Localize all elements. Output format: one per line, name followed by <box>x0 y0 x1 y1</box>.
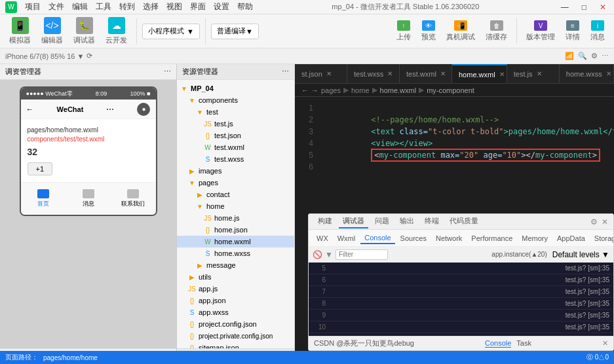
cloud-button[interactable]: ☁ 云开发 <box>102 14 131 48</box>
nav-item-home[interactable]: 首页 <box>21 183 66 215</box>
tab-test-wxml-close[interactable]: ✕ <box>440 70 446 77</box>
devtools-tab-console[interactable]: Console <box>360 232 394 244</box>
tree-item-test-json[interactable]: {} test.json <box>177 130 294 141</box>
tab-test-wxss[interactable]: test.wxss ✕ <box>347 64 400 83</box>
tree-item-home-wxml[interactable]: W home.wxml <box>177 236 294 247</box>
manage-button[interactable]: ≡ 详情 <box>562 18 584 45</box>
clear-cache-button[interactable]: 🗑 清缓存 <box>482 18 511 45</box>
rotate-icon[interactable]: ⟳ <box>86 52 92 60</box>
devtools-tab-memory[interactable]: Memory <box>518 233 552 244</box>
tree-item-test-wxss[interactable]: S test.wxss <box>177 153 294 165</box>
tree-item-project-private[interactable]: {} project.private.config.json <box>177 330 294 342</box>
breadcrumb-pages[interactable]: pages <box>321 86 341 94</box>
tab-home-wxss[interactable]: home.wxss ✕ <box>560 64 614 83</box>
console-settings-icon[interactable]: ⚙ <box>590 217 598 227</box>
window-close[interactable]: ✕ <box>597 3 609 12</box>
row-8-file[interactable]: test.js? [sm]:35 <box>566 300 609 307</box>
tab-home-wxml[interactable]: home.wxml ✕ <box>452 64 507 83</box>
console-close-icon[interactable]: ✕ <box>602 217 608 227</box>
menu-item-select[interactable]: 选择 <box>143 1 159 12</box>
row-10-file[interactable]: test.js? [sm]:35 <box>566 323 609 331</box>
tree-item-home-js[interactable]: JS home.js <box>177 212 294 224</box>
row-6-file[interactable]: test.js? [sm]:35 <box>566 276 609 283</box>
tab-test-wxss-close[interactable]: ✕ <box>387 70 393 77</box>
tree-item-app-js[interactable]: JS app.js <box>177 283 294 295</box>
menu-item-view[interactable]: 视图 <box>166 1 182 12</box>
tab-test-js-close[interactable]: ✕ <box>537 70 542 77</box>
menu-item-ui[interactable]: 界面 <box>190 1 206 12</box>
preview-topbar-more[interactable]: ⋯ <box>164 67 171 76</box>
console-block-icon[interactable]: 🚫 <box>313 250 322 259</box>
breadcrumb-home[interactable]: home <box>351 86 370 94</box>
filetree-content[interactable]: ▼ MP_04 ▼ components ▼ test JS test.js <box>177 80 294 348</box>
tab-home-wxss-close[interactable]: ✕ <box>606 70 611 77</box>
simulator-button[interactable]: 📱 模拟器 <box>5 14 35 48</box>
tree-item-project-config[interactable]: {} project.config.json <box>177 318 294 330</box>
tree-item-sitemap[interactable]: {} sitemap.json <box>177 342 294 348</box>
phone-btn[interactable]: +1 <box>28 162 53 175</box>
real-debug-button[interactable]: 📲 真机调试 <box>442 18 479 45</box>
console-close-footer[interactable]: ✕ <box>602 339 608 348</box>
breadcrumb-component[interactable]: my-component <box>427 86 474 94</box>
nav-item-message[interactable]: 消息 <box>66 183 111 215</box>
footer-tab-console[interactable]: Console <box>485 339 511 348</box>
tree-item-test-wxml[interactable]: W test.wxml <box>177 141 294 153</box>
console-tab-build[interactable]: 构建 <box>314 215 336 228</box>
mode-selector[interactable]: 小程序模式 ▼ <box>142 24 200 39</box>
tree-item-app-wxss[interactable]: S app.wxss <box>177 306 294 318</box>
tree-item-message[interactable]: ▶ message <box>177 259 294 271</box>
upload-button[interactable]: ↑ 上传 <box>393 18 415 45</box>
tab-test-js[interactable]: test.js ✕ <box>507 64 560 83</box>
wifi-icon[interactable]: 📶 <box>565 52 574 60</box>
settings-icon[interactable]: ⚙ <box>591 52 598 60</box>
console-tab-debugger[interactable]: 调试器 <box>339 215 368 228</box>
window-maximize[interactable]: □ <box>579 3 589 12</box>
tab-st-json-close[interactable]: ✕ <box>326 70 332 77</box>
tree-item-home-json[interactable]: {} home.json <box>177 224 294 236</box>
search-icon[interactable]: 🔍 <box>578 52 587 60</box>
console-tab-quality[interactable]: 代码质量 <box>446 215 482 228</box>
more-icon[interactable]: ⋯ <box>602 52 609 60</box>
menu-item-file[interactable]: 文件 <box>48 1 64 12</box>
console-tab-output[interactable]: 输出 <box>396 215 418 228</box>
console-filter-icon[interactable]: ▼ <box>325 250 333 259</box>
devtools-tab-wx[interactable]: WX <box>313 233 332 244</box>
tab-st-json[interactable]: st.json ✕ <box>295 64 347 83</box>
console-tab-terminal[interactable]: 终端 <box>421 215 443 228</box>
footer-tab-task[interactable]: Task <box>516 339 531 348</box>
tab-test-wxml[interactable]: test.wxml ✕ <box>400 64 452 83</box>
tree-item-utils[interactable]: ▶ utils <box>177 271 294 283</box>
translate-button[interactable]: 普通编译 ▼ <box>211 24 259 39</box>
menu-item-goto[interactable]: 转到 <box>119 1 135 12</box>
device-selector[interactable]: iPhone 6/7(8) 85% 16 ▼ <box>5 52 84 60</box>
tree-item-pages[interactable]: ▼ pages <box>177 177 294 189</box>
nav-forward-btn[interactable]: → <box>311 86 318 94</box>
preview-button[interactable]: 👁 预览 <box>417 18 440 45</box>
tree-item-contact[interactable]: ▶ contact <box>177 189 294 200</box>
tab-home-wxml-close[interactable]: ✕ <box>499 71 505 78</box>
tree-item-test-js[interactable]: JS test.js <box>177 118 294 130</box>
tree-item-home-wxss[interactable]: S home.wxss <box>177 247 294 259</box>
filetree-more[interactable]: ⋯ <box>282 67 289 76</box>
console-tab-problems[interactable]: 问题 <box>371 215 393 228</box>
tree-item-test[interactable]: ▼ test <box>177 106 294 118</box>
tree-item-components[interactable]: ▼ components <box>177 94 294 106</box>
menu-item-settings[interactable]: 设置 <box>214 1 229 12</box>
version-button[interactable]: V 版本管理 <box>522 18 559 45</box>
menu-item-project[interactable]: 项目 <box>25 1 41 12</box>
nav-item-contact[interactable]: 联系我们 <box>111 183 156 215</box>
row-7-file[interactable]: test.js? [sm]:35 <box>566 288 609 295</box>
tree-root[interactable]: ▼ MP_04 <box>177 82 294 94</box>
window-minimize[interactable]: — <box>558 3 571 12</box>
menu-item-tool[interactable]: 工具 <box>96 1 111 12</box>
editor-button[interactable]: </> 编辑器 <box>37 14 67 48</box>
devtools-tab-wxml[interactable]: Wxml <box>334 233 360 244</box>
devtools-tab-sources[interactable]: Sources <box>396 233 431 244</box>
devtools-tab-network[interactable]: Network <box>432 233 466 244</box>
menu-item-edit[interactable]: 编辑 <box>72 1 88 12</box>
row-9-file[interactable]: test.js? [sm]:35 <box>566 312 609 319</box>
debugger-button[interactable]: 🐛 调试器 <box>69 14 99 48</box>
devtools-tab-perf[interactable]: Performance <box>467 233 516 244</box>
devtools-tab-storage[interactable]: Storage <box>590 233 613 244</box>
menu-item-help[interactable]: 帮助 <box>237 1 253 12</box>
